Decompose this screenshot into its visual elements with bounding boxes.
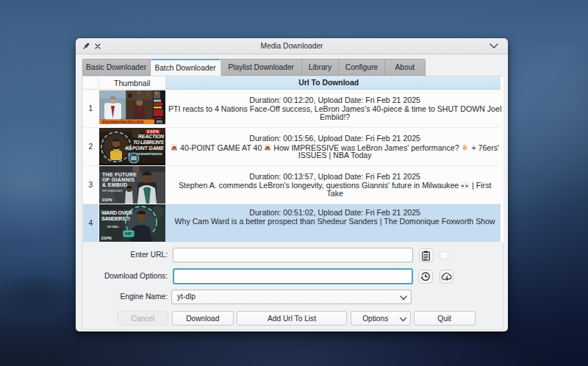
svg-text:PTI: PTI bbox=[157, 120, 162, 123]
svg-text:& EMBIID: & EMBIID bbox=[102, 182, 127, 187]
svg-text:ESPN: ESPN bbox=[101, 236, 112, 240]
svg-text:SANDERS?!: SANDERS?! bbox=[101, 215, 130, 222]
svg-text:OF GIANNIS: OF GIANNIS bbox=[102, 177, 135, 182]
svg-text:THE FUTURE: THE FUTURE bbox=[102, 172, 137, 177]
svg-text:REACTION: REACTION bbox=[138, 134, 165, 139]
svg-text:NO WAY...: NO WAY... bbox=[107, 225, 120, 229]
svg-text:2X NCAAS MLK FINAL REGULAR SG: 2X NCAAS MLK FINAL REGULAR SG bbox=[101, 120, 144, 123]
svg-text:ESPN: ESPN bbox=[102, 198, 112, 202]
svg-text:SO THAT WAS PRETTY AWESOME: SO THAT WAS PRETTY AWESOME bbox=[136, 152, 162, 156]
svg-text:TO LEBRON'S: TO LEBRON'S bbox=[133, 140, 164, 145]
svg-text:IMPOSSIBLE SAYS: IMPOSSIBLE SAYS bbox=[102, 189, 123, 193]
svg-text:SURE?: SURE? bbox=[125, 232, 133, 236]
svg-text:40-POINT GAME: 40-POINT GAME bbox=[124, 146, 164, 151]
